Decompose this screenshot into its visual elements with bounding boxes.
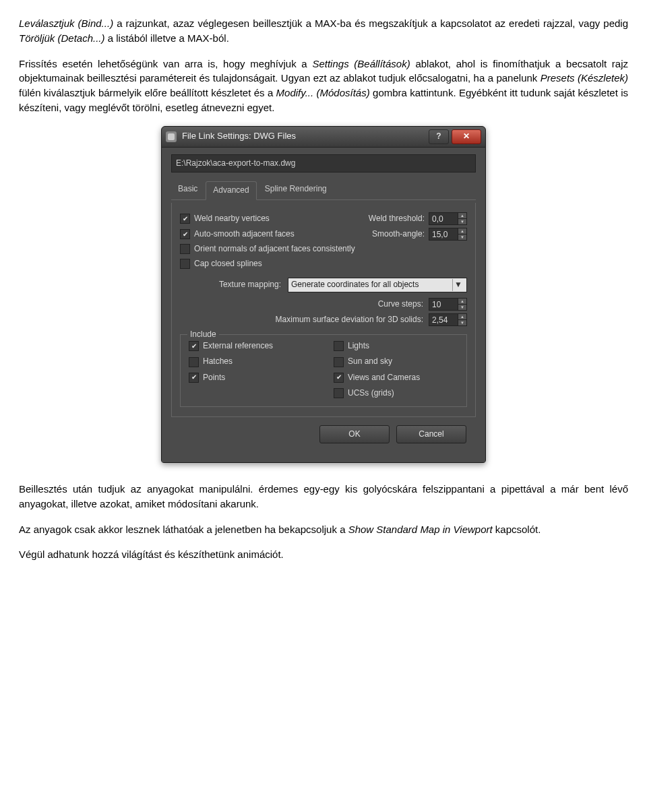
weld-threshold-spinner[interactable]: ▲▼ <box>429 212 467 225</box>
close-button[interactable]: ✕ <box>452 129 481 144</box>
settings-text: Settings (Beállítások) <box>312 58 410 69</box>
smooth-angle-label: Smooth-angle: <box>372 228 425 240</box>
points-label: Points <box>203 372 225 383</box>
smooth-angle-input[interactable] <box>429 228 458 241</box>
tab-spline-rendering[interactable]: Spline Rendering <box>258 181 334 199</box>
weld-checkbox[interactable] <box>180 214 190 224</box>
tab-basic[interactable]: Basic <box>171 181 204 199</box>
curve-steps-input[interactable] <box>429 298 458 311</box>
chevron-up-icon[interactable]: ▲ <box>458 314 466 320</box>
sun-sky-label: Sun and sky <box>348 356 392 367</box>
weld-label: Weld nearby vertices <box>194 213 270 224</box>
ok-button[interactable]: OK <box>319 425 390 443</box>
lights-checkbox[interactable] <box>334 341 344 351</box>
chevron-down-icon[interactable]: ▼ <box>458 235 466 240</box>
text: a rajzunkat, azaz véglegesen beillesztjü… <box>113 18 628 29</box>
text: Frissítés esetén lehetőségünk van arra i… <box>19 58 312 69</box>
external-refs-label: External references <box>203 340 273 352</box>
show-map-text: Show Standard Map in Viewport <box>348 524 493 535</box>
paragraph-3: Beillesztés után tudjuk az anyagokat man… <box>19 482 628 511</box>
text: kapcsolót. <box>493 524 541 535</box>
autosmooth-checkbox[interactable] <box>180 229 190 239</box>
chevron-down-icon[interactable]: ▼ <box>458 305 466 310</box>
sun-sky-checkbox[interactable] <box>334 357 344 367</box>
curve-steps-spinner[interactable]: ▲▼ <box>429 298 467 311</box>
help-button[interactable]: ? <box>429 129 449 144</box>
paragraph-2: Frissítés esetén lehetőségünk van arra i… <box>19 57 628 115</box>
include-group-label: Include <box>187 329 219 340</box>
hatches-label: Hatches <box>203 356 233 367</box>
tabs: Basic Advanced Spline Rendering <box>171 181 476 200</box>
views-cameras-checkbox[interactable] <box>334 373 344 383</box>
points-checkbox[interactable] <box>189 373 199 383</box>
text: a listából illetve a MAX-ból. <box>105 32 229 44</box>
weld-threshold-input[interactable] <box>429 212 458 225</box>
app-icon <box>166 131 177 142</box>
file-path-field[interactable]: E:\Rajzok\aca-export-to-max.dwg <box>171 154 476 173</box>
views-cameras-label: Views and Cameras <box>348 372 420 383</box>
lights-label: Lights <box>348 340 369 352</box>
advanced-panel: Weld nearby vertices Weld threshold: ▲▼ … <box>171 203 476 416</box>
text: fülén kiválasztjuk bármelyik előre beáll… <box>19 87 276 98</box>
presets-text: Presets (Készletek) <box>541 72 628 84</box>
autosmooth-label: Auto-smooth adjacent faces <box>194 228 295 240</box>
ucs-grids-checkbox[interactable] <box>334 388 344 398</box>
chevron-down-icon: ▼ <box>452 279 464 290</box>
detach-text: Töröljük (Detach...) <box>19 32 105 44</box>
weld-threshold-label: Weld threshold: <box>369 213 425 224</box>
titlebar: File Link Settings: DWG Files ? ✕ <box>162 127 485 148</box>
curve-steps-label: Curve steps: <box>378 299 423 310</box>
include-group: Include External references Lights Hatch… <box>180 334 467 407</box>
cap-splines-checkbox[interactable] <box>180 259 190 269</box>
orient-normals-label: Orient normals of adjacent faces consist… <box>194 243 355 255</box>
external-refs-checkbox[interactable] <box>189 341 199 351</box>
texture-mapping-dropdown[interactable]: Generate coordinates for all objects ▼ <box>288 278 467 292</box>
cap-splines-label: Cap closed splines <box>194 258 262 270</box>
bind-text: Leválasztjuk (Bind...) <box>19 18 113 29</box>
chevron-up-icon[interactable]: ▲ <box>458 299 466 305</box>
deviation-label: Maximum surface deviation for 3D solids: <box>276 314 423 325</box>
deviation-spinner[interactable]: ▲▼ <box>429 313 467 326</box>
modify-text: Modify... (Módosítás) <box>276 87 370 98</box>
smooth-angle-spinner[interactable]: ▲▼ <box>429 228 467 241</box>
file-link-settings-dialog: File Link Settings: DWG Files ? ✕ E:\Raj… <box>161 126 486 464</box>
paragraph-1: Leválasztjuk (Bind...) a rajzunkat, azaz… <box>19 16 628 46</box>
cancel-button[interactable]: Cancel <box>396 425 466 443</box>
chevron-up-icon[interactable]: ▲ <box>458 228 466 235</box>
paragraph-5: Végül adhatunk hozzá világítást és készí… <box>19 547 628 562</box>
deviation-input[interactable] <box>429 313 458 326</box>
dialog-title: File Link Settings: DWG Files <box>182 130 426 143</box>
orient-normals-checkbox[interactable] <box>180 244 190 254</box>
hatches-checkbox[interactable] <box>189 357 199 367</box>
texture-mapping-value: Generate coordinates for all objects <box>291 279 452 290</box>
chevron-up-icon[interactable]: ▲ <box>458 213 466 219</box>
chevron-down-icon[interactable]: ▼ <box>458 219 466 224</box>
chevron-down-icon[interactable]: ▼ <box>458 320 466 325</box>
texture-mapping-label: Texture mapping: <box>193 279 281 290</box>
tab-advanced[interactable]: Advanced <box>206 181 256 200</box>
paragraph-4: Az anyagok csak akkor lesznek láthatóak … <box>19 522 628 537</box>
text: Az anyagok csak akkor lesznek láthatóak … <box>19 524 348 535</box>
ucs-grids-label: UCSs (grids) <box>348 387 394 399</box>
